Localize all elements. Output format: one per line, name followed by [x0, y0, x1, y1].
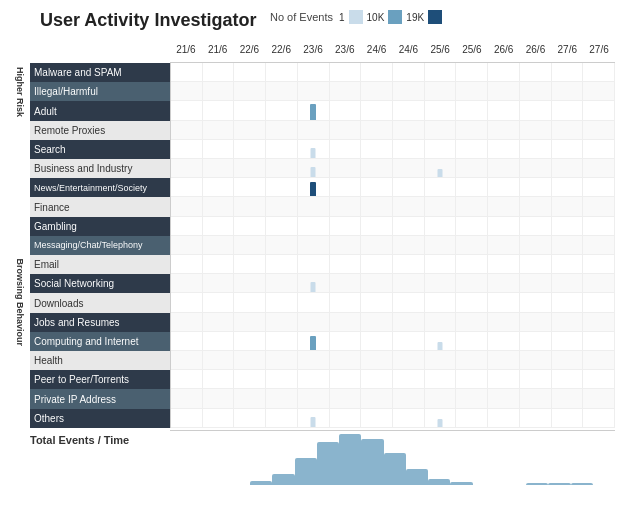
col — [203, 236, 235, 254]
col — [203, 101, 235, 119]
col — [583, 140, 615, 158]
col — [488, 409, 520, 427]
col — [298, 351, 330, 369]
col — [456, 255, 488, 273]
col — [583, 121, 615, 139]
col — [266, 293, 298, 311]
col — [425, 217, 457, 235]
total-bar — [450, 482, 472, 485]
col — [330, 409, 362, 427]
col — [583, 217, 615, 235]
col — [520, 409, 552, 427]
date-24-1: 24/6 — [361, 35, 393, 62]
col — [552, 236, 584, 254]
col — [171, 255, 203, 273]
col — [583, 313, 615, 331]
col-social-event — [298, 274, 330, 292]
cat-email: Email — [30, 255, 170, 274]
total-bar — [317, 442, 339, 485]
col — [456, 63, 488, 81]
date-26-2: 26/6 — [520, 35, 552, 62]
col — [488, 332, 520, 350]
date-header: 21/6 21/6 22/6 22/6 23/6 23/6 24/6 24/6 … — [170, 35, 615, 63]
col — [361, 332, 393, 350]
col — [425, 101, 457, 119]
col — [425, 389, 457, 407]
y-group-browsing: Browsing Behaviour — [10, 119, 30, 485]
col — [393, 274, 425, 292]
col — [266, 217, 298, 235]
col — [171, 313, 203, 331]
col — [583, 293, 615, 311]
col — [203, 159, 235, 177]
col — [330, 274, 362, 292]
col — [583, 274, 615, 292]
date-25-1: 25/6 — [424, 35, 456, 62]
col — [171, 370, 203, 388]
col — [203, 63, 235, 81]
col — [583, 63, 615, 81]
col — [520, 63, 552, 81]
chart-container: User Activity Investigator No of Events … — [0, 0, 625, 521]
col — [393, 101, 425, 119]
col — [456, 217, 488, 235]
col — [330, 178, 362, 196]
col — [203, 217, 235, 235]
col — [393, 63, 425, 81]
col — [488, 217, 520, 235]
cat-illegal: Illegal/Harmful — [30, 82, 170, 101]
date-23-2: 23/6 — [329, 35, 361, 62]
col — [425, 197, 457, 215]
row-gambling — [171, 217, 615, 236]
col — [488, 197, 520, 215]
col — [456, 409, 488, 427]
row-search — [171, 140, 615, 159]
row-downloads — [171, 293, 615, 312]
col — [266, 332, 298, 350]
col — [330, 82, 362, 100]
col — [266, 101, 298, 119]
legend-num-1: 1 — [339, 12, 345, 23]
legend-num-3: 19K — [406, 12, 424, 23]
col — [520, 351, 552, 369]
col — [234, 101, 266, 119]
col — [266, 140, 298, 158]
col — [330, 140, 362, 158]
total-bar — [526, 483, 548, 485]
col — [171, 409, 203, 427]
col — [361, 178, 393, 196]
col — [361, 351, 393, 369]
col — [234, 140, 266, 158]
date-22-2: 22/6 — [265, 35, 297, 62]
col — [330, 389, 362, 407]
col — [520, 332, 552, 350]
cat-health: Health — [30, 351, 170, 370]
col-computing-event1 — [298, 332, 330, 350]
col — [520, 101, 552, 119]
col — [552, 409, 584, 427]
col — [203, 313, 235, 331]
col — [393, 313, 425, 331]
legend-num-2: 10K — [367, 12, 385, 23]
col — [583, 178, 615, 196]
col — [488, 236, 520, 254]
cat-adult: Adult — [30, 101, 170, 120]
col — [520, 217, 552, 235]
col-adult-event — [298, 101, 330, 119]
col — [266, 63, 298, 81]
cat-news: News/Entertainment/Society — [30, 178, 170, 197]
col — [552, 121, 584, 139]
col — [520, 389, 552, 407]
legend-items: 1 10K 19K — [339, 10, 442, 24]
col — [583, 255, 615, 273]
col — [425, 255, 457, 273]
col — [171, 274, 203, 292]
legend-title: No of Events — [270, 11, 333, 23]
col — [488, 313, 520, 331]
col-biz-event1 — [298, 159, 330, 177]
date-27-1: 27/6 — [551, 35, 583, 62]
col — [203, 255, 235, 273]
col — [583, 197, 615, 215]
cat-search: Search — [30, 140, 170, 159]
col — [203, 197, 235, 215]
